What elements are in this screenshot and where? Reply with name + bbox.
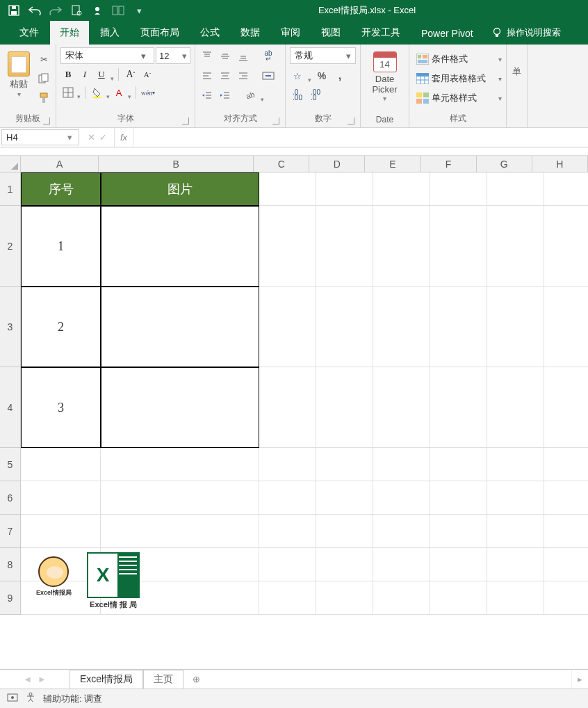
cell-G4[interactable] [487, 367, 544, 448]
col-header-B[interactable]: B [99, 156, 254, 172]
cell-E7[interactable] [373, 515, 430, 548]
cell-B4[interactable] [101, 367, 259, 448]
cell-B5[interactable] [101, 448, 259, 481]
cell-F1[interactable] [430, 172, 487, 206]
cell-H6[interactable] [544, 481, 588, 515]
cell-D2[interactable] [316, 206, 373, 287]
underline-button[interactable]: U [94, 67, 109, 82]
cell-C4[interactable] [259, 367, 316, 448]
cell-D4[interactable] [316, 367, 373, 448]
sheet-prev-icon[interactable]: ◄ [23, 674, 32, 684]
cell-E8[interactable] [373, 548, 430, 581]
addin-icon[interactable] [111, 3, 125, 17]
tab-powerpivot[interactable]: Power Pivot [411, 22, 483, 45]
fill-color-button[interactable] [90, 85, 105, 100]
cell-D3[interactable] [316, 287, 373, 367]
cell-A7[interactable] [21, 515, 101, 548]
cell-A6[interactable] [21, 481, 101, 515]
cell-E1[interactable] [373, 172, 430, 206]
col-header-G[interactable]: G [477, 156, 532, 172]
cell-D9[interactable] [316, 581, 373, 615]
tab-page-layout[interactable]: 页面布局 [131, 21, 189, 45]
phonetic-button[interactable]: wén▾ [140, 85, 156, 100]
tab-scroll-right-icon[interactable]: ▸ [571, 670, 588, 689]
decrease-indent-button[interactable] [199, 88, 215, 103]
cell-A5[interactable] [21, 448, 101, 481]
cell-F7[interactable] [430, 515, 487, 548]
bold-button[interactable]: B [60, 67, 76, 82]
select-all-button[interactable] [0, 156, 21, 172]
print-preview-icon[interactable] [70, 3, 83, 17]
cell-D7[interactable] [316, 515, 373, 548]
row-header-9[interactable]: 9 [0, 581, 21, 615]
cell-C6[interactable] [259, 481, 316, 515]
tab-view[interactable]: 视图 [311, 21, 350, 45]
col-header-A[interactable]: A [21, 156, 99, 172]
undo-icon[interactable] [28, 3, 42, 17]
redo-icon[interactable] [49, 3, 63, 17]
row-header-1[interactable]: 1 [0, 172, 21, 206]
format-as-table-button[interactable]: 套用表格格式▾ [414, 70, 502, 88]
tab-formulas[interactable]: 公式 [190, 21, 229, 45]
cell-H5[interactable] [544, 448, 588, 481]
cell-H3[interactable] [544, 287, 588, 367]
row-header-2[interactable]: 2 [0, 206, 21, 287]
cell-C1[interactable] [259, 172, 316, 206]
cell-C3[interactable] [259, 287, 316, 367]
add-sheet-button[interactable]: ⊕ [188, 671, 204, 688]
number-format-dropdown[interactable]: 常规▾ [290, 47, 356, 64]
date-picker-button[interactable]: 14 Date Picker ▾ [365, 47, 405, 105]
font-dialog-icon[interactable] [182, 118, 189, 124]
wrap-text-button[interactable]: ab↵ [261, 49, 276, 64]
tab-file[interactable]: 文件 [10, 21, 49, 45]
save-icon[interactable] [7, 3, 21, 17]
cell-F3[interactable] [430, 287, 487, 367]
conditional-formatting-button[interactable]: 条件格式▾ [414, 50, 502, 68]
col-header-F[interactable]: F [421, 156, 477, 172]
font-color-button[interactable]: A [111, 85, 126, 100]
cell-G9[interactable] [487, 581, 544, 615]
touch-mode-icon[interactable] [90, 3, 104, 17]
cell-B3[interactable] [101, 287, 259, 367]
sheet-tab-second[interactable]: 主页 [143, 670, 183, 689]
cell-B2[interactable] [101, 206, 259, 287]
cell-A3[interactable]: 2 [21, 287, 101, 367]
tab-home[interactable]: 开始 [50, 21, 89, 45]
cell-G5[interactable] [487, 448, 544, 481]
cell-D6[interactable] [316, 481, 373, 515]
qat-customize-icon[interactable]: ▾ [132, 3, 146, 17]
comma-style-button[interactable]: , [332, 68, 348, 83]
cell-E3[interactable] [373, 287, 430, 367]
row-header-6[interactable]: 6 [0, 481, 21, 515]
cell-C9[interactable] [259, 581, 316, 615]
shrink-font-button[interactable]: Aˇ [140, 67, 155, 82]
italic-button[interactable]: I [77, 67, 92, 82]
tab-review[interactable]: 审阅 [271, 21, 310, 45]
cell-G2[interactable] [487, 206, 544, 287]
cell-F6[interactable] [430, 481, 487, 515]
row-header-5[interactable]: 5 [0, 448, 21, 481]
cell-E6[interactable] [373, 481, 430, 515]
cell-E5[interactable] [373, 448, 430, 481]
col-header-D[interactable]: D [309, 156, 365, 172]
cell-D8[interactable] [316, 548, 373, 581]
col-header-H[interactable]: H [532, 156, 588, 172]
row-header-3[interactable]: 3 [0, 287, 21, 367]
cancel-icon[interactable]: ✕ [88, 132, 95, 143]
borders-button[interactable] [60, 85, 76, 100]
accessibility-icon[interactable] [25, 692, 36, 705]
cell-F5[interactable] [430, 448, 487, 481]
cell-A2[interactable]: 1 [21, 206, 101, 287]
percent-button[interactable]: % [314, 68, 329, 83]
sheet-next-icon[interactable]: ► [38, 674, 47, 684]
paste-button[interactable]: 粘贴 ▾ [4, 47, 33, 111]
cell-F8[interactable] [430, 548, 487, 581]
cell-B6[interactable] [101, 481, 259, 515]
cell-H4[interactable] [544, 367, 588, 448]
cell-C2[interactable] [259, 206, 316, 287]
cell-F4[interactable] [430, 367, 487, 448]
tab-data[interactable]: 数据 [231, 21, 270, 45]
format-painter-icon[interactable] [36, 90, 51, 106]
cell-G3[interactable] [487, 287, 544, 367]
cell-D1[interactable] [316, 172, 373, 206]
